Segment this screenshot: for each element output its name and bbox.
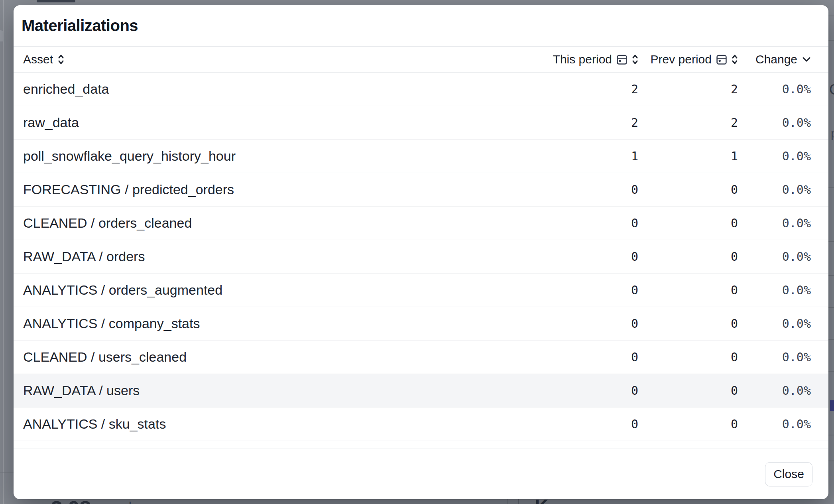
table-row[interactable]: RAW_DATA / orders 0 0 0.0% <box>14 240 828 274</box>
table-row[interactable]: RAW_DATA / users 0 0 0.0% <box>14 374 828 408</box>
change-cell: 0.0% <box>738 350 811 364</box>
ghost-divider-right <box>828 40 834 41</box>
prev-period-cell: 0 <box>638 417 738 431</box>
prev-period-cell: 1 <box>638 149 738 163</box>
table-clipped-row <box>14 441 828 449</box>
prev-period-cell: 0 <box>638 183 738 197</box>
table-row[interactable]: poll_snowflake_query_history_hour 1 1 0.… <box>14 140 828 173</box>
column-header-label: This period <box>553 53 612 66</box>
prev-period-cell: 0 <box>638 283 738 297</box>
ghost-divider-right <box>828 371 834 372</box>
column-header-label: Asset <box>23 53 53 66</box>
ghost-divider-right <box>828 461 834 461</box>
table-header-row: Asset This period <box>14 47 828 73</box>
this-period-cell: 0 <box>535 216 638 230</box>
ghost-sidebar-border <box>3 0 4 504</box>
ghost-divider-right <box>828 307 834 308</box>
column-header-change[interactable]: Change <box>738 53 811 66</box>
ghost-separator <box>507 499 508 504</box>
change-cell: 0.0% <box>738 250 811 264</box>
ghost-divider-right <box>828 435 834 435</box>
this-period-cell: 0 <box>535 250 638 264</box>
this-period-cell: 1 <box>535 149 638 163</box>
table-row[interactable]: FORECASTING / predicted_orders 0 0 0.0% <box>14 173 828 207</box>
prev-period-cell: 2 <box>638 116 738 130</box>
asset-name-cell: RAW_DATA / users <box>23 383 535 398</box>
prev-period-cell: 0 <box>638 317 738 331</box>
sort-updown-icon[interactable] <box>58 54 64 65</box>
close-button[interactable]: Close <box>765 462 812 486</box>
change-cell: 0.0% <box>738 283 811 297</box>
this-period-cell: 0 <box>535 417 638 431</box>
change-cell: 0.0% <box>738 417 811 431</box>
prev-period-cell: 0 <box>638 250 738 264</box>
sort-updown-icon[interactable] <box>632 54 638 65</box>
change-cell: 0.0% <box>738 183 811 197</box>
prev-period-cell: 2 <box>638 82 738 96</box>
prev-period-cell: 0 <box>638 350 738 364</box>
column-header-this-period[interactable]: This period <box>535 53 638 66</box>
this-period-cell: 0 <box>535 283 638 297</box>
calendar-icon[interactable] <box>617 54 627 65</box>
ghost-accent-bar <box>830 400 834 411</box>
asset-name-cell: ANALYTICS / sku_stats <box>23 416 535 432</box>
asset-name-cell: CLEANED / users_cleaned <box>23 349 535 365</box>
ghost-divider-left <box>0 472 14 472</box>
change-cell: 0.0% <box>738 82 811 96</box>
prev-period-cell: 0 <box>638 384 738 398</box>
prev-period-cell: 0 <box>638 216 738 230</box>
calendar-icon[interactable] <box>716 54 727 65</box>
asset-name-cell: enriched_data <box>23 81 535 97</box>
asset-name-cell: raw_data <box>23 115 535 130</box>
ghost-separator <box>518 499 519 504</box>
change-cell: 0.0% <box>738 384 811 398</box>
column-header-prev-period[interactable]: Prev period <box>638 53 738 66</box>
table-body: enriched_data 2 2 0.0% raw_data 2 2 0.0%… <box>14 73 828 441</box>
table-row[interactable]: CLEANED / users_cleaned 0 0 0.0% <box>14 341 828 374</box>
this-period-cell: 0 <box>535 384 638 398</box>
this-period-cell: 0 <box>535 183 638 197</box>
ghost-active-tab-underline <box>37 0 75 2</box>
column-header-label: Change <box>755 53 797 66</box>
this-period-cell: 0 <box>535 350 638 364</box>
column-header-label: Prev period <box>651 53 712 66</box>
asset-name-cell: FORECASTING / predicted_orders <box>23 182 535 197</box>
table-row[interactable]: ANALYTICS / company_stats 0 0 0.0% <box>14 307 828 341</box>
ghost-divider-right <box>828 187 834 188</box>
asset-name-cell: CLEANED / orders_cleaned <box>23 215 535 231</box>
change-cell: 0.0% <box>738 116 811 130</box>
table-row[interactable]: ANALYTICS / sku_stats 0 0 0.0% <box>14 408 828 441</box>
dialog-title: Materializations <box>22 17 138 35</box>
asset-name-cell: RAW_DATA / orders <box>23 249 535 264</box>
this-period-cell: 0 <box>535 317 638 331</box>
ghost-clipped-text: p <box>831 127 834 140</box>
ghost-divider-right <box>828 16 834 16</box>
asset-name-cell: ANALYTICS / company_stats <box>23 316 535 331</box>
dialog-header: Materializations <box>14 5 828 47</box>
table-row[interactable]: raw_data 2 2 0.0% <box>14 106 828 140</box>
asset-name-cell: ANALYTICS / orders_augmented <box>23 282 535 298</box>
ghost-card-corner <box>0 30 4 41</box>
change-cell: 0.0% <box>738 216 811 230</box>
table-row[interactable]: CLEANED / orders_cleaned 0 0 0.0% <box>14 207 828 240</box>
sort-updown-icon[interactable] <box>732 54 738 65</box>
ghost-divider-right <box>828 241 834 242</box>
ghost-divider-right <box>828 339 834 340</box>
asset-name-cell: poll_snowflake_query_history_hour <box>23 148 535 164</box>
ghost-divider-right <box>828 275 834 276</box>
chevron-down-icon <box>802 57 811 62</box>
materializations-dialog: Materializations Asset This period <box>14 5 828 499</box>
change-cell: 0.0% <box>738 317 811 331</box>
ghost-metric-unit: seconds <box>93 500 138 504</box>
dialog-footer: Close <box>14 449 828 499</box>
table-row[interactable]: ANALYTICS / orders_augmented 0 0 0.0% <box>14 274 828 307</box>
this-period-cell: 2 <box>535 116 638 130</box>
column-header-asset[interactable]: Asset <box>23 53 535 66</box>
table-row[interactable]: enriched_data 2 2 0.0% <box>14 73 828 106</box>
change-cell: 0.0% <box>738 149 811 163</box>
this-period-cell: 2 <box>535 82 638 96</box>
ghost-clipped-text: C <box>829 81 834 98</box>
